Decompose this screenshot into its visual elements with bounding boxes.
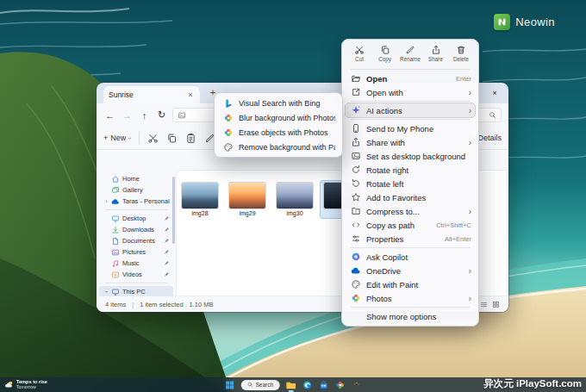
cut-icon (354, 45, 365, 55)
chevron-expanded-icon[interactable]: › (103, 289, 109, 294)
back-button[interactable]: ← (103, 110, 116, 121)
menu-item-copy-as-path[interactable]: Copy as path Ctrl+Shift+C (346, 218, 475, 232)
explorer-tab-sunrise[interactable]: Sunrise × (103, 86, 200, 103)
menu-item-edit-with-paint[interactable]: Edit with Paint (346, 277, 475, 291)
sidebar-item-desktop[interactable]: Desktop (99, 213, 173, 224)
taskbar-file-explorer[interactable] (285, 380, 296, 390)
menu-item-properties[interactable]: Properties Alt+Enter (346, 232, 475, 246)
forward-button[interactable]: → (121, 110, 134, 121)
sidebar-label: Taras - Personal (122, 197, 170, 205)
menu-label: Compress to... (366, 207, 461, 216)
rename-quick-button[interactable]: Rename (398, 43, 422, 66)
menu-item-photos[interactable]: Photos › (346, 291, 475, 305)
sidebar-item-pictures[interactable]: Pictures (99, 246, 173, 258)
menu-item-share-with[interactable]: Share with › (346, 135, 475, 149)
cut-quick-button[interactable]: Cut (347, 43, 371, 66)
wallpaper-icon (351, 151, 361, 161)
file-thumbnail (229, 183, 265, 208)
ai-sparkle-icon (351, 105, 361, 115)
menu-item-send-to-my-phone[interactable]: Send to My Phone (346, 121, 475, 135)
pin-icon (164, 271, 170, 277)
chevron-right-icon: › (466, 266, 471, 276)
desktop: Neowin Sunrise × + – □ × ← → ↑ ↻ (0, 0, 586, 392)
menu-label: Edit with Paint (366, 280, 471, 289)
menu-item-open-with[interactable]: Open with › (346, 85, 475, 99)
menu-label: Open (366, 74, 451, 84)
sidebar-item-videos[interactable]: Videos (99, 269, 173, 280)
tab-close-icon[interactable]: × (186, 90, 195, 99)
details-view-toggle[interactable] (480, 301, 488, 308)
sidebar-scrollbar[interactable] (172, 177, 175, 244)
close-button[interactable]: × (483, 83, 507, 103)
share-quick-button[interactable]: Share (424, 43, 448, 66)
sidebar-item-this-pc[interactable]: › This PC (99, 286, 173, 296)
file-item-img30[interactable]: img30 (273, 183, 316, 217)
gallery-icon (111, 186, 120, 195)
pin-icon (164, 227, 170, 233)
submenu-label: Visual Search with Bing (239, 99, 335, 108)
thumbnail-view-toggle[interactable] (492, 301, 500, 308)
details-label: Details (477, 134, 502, 142)
chevron-right-icon[interactable]: › (104, 198, 109, 204)
menu-item-show-more-options[interactable]: Show more options (346, 309, 475, 323)
taskbar-paint[interactable] (351, 380, 361, 390)
menu-item-set-as-desktop-background[interactable]: Set as desktop background (346, 149, 475, 163)
item-count: 4 items (105, 301, 126, 308)
rotate-left-icon (351, 178, 361, 189)
new-button[interactable]: + New › (103, 134, 131, 142)
sidebar-item-gallery[interactable]: Gallery (99, 184, 173, 196)
open-with-icon (351, 87, 361, 97)
menu-item-rotate-right[interactable]: Rotate right (346, 163, 475, 177)
copy-quick-button[interactable]: Copy (373, 43, 397, 66)
menu-label: Rotate left (366, 179, 471, 189)
sidebar-item-downloads[interactable]: Downloads (99, 224, 173, 235)
menu-item-open[interactable]: Open Enter (346, 72, 475, 85)
file-item-img29[interactable]: img29 (226, 183, 269, 217)
share-icon (431, 45, 441, 55)
sidebar-item-onedrive-personal[interactable]: › Taras - Personal (99, 196, 173, 207)
sidebar-label: Music (122, 259, 140, 267)
sidebar-item-documents[interactable]: Documents (99, 235, 173, 246)
star-icon (351, 192, 361, 202)
paste-button[interactable] (185, 133, 196, 144)
taskbar-store[interactable] (318, 380, 328, 390)
submenu-label: Blur background with Photos (239, 114, 335, 122)
sidebar-label: Videos (122, 271, 142, 278)
phone-icon (351, 123, 361, 134)
menu-item-ask-copilot[interactable]: Ask Copilot (346, 250, 475, 264)
sidebar-item-home[interactable]: Home (99, 173, 173, 184)
navigation-pane: Home Gallery › Taras - Personal Desktop (97, 170, 176, 296)
menu-item-compress-to[interactable]: Compress to... › (346, 204, 475, 218)
weather-icon (4, 380, 14, 389)
submenu-item-erase-objects[interactable]: Erase objects with Photos (218, 125, 339, 140)
menu-item-ai-actions[interactable]: AI actions › (346, 103, 475, 117)
start-button[interactable] (225, 380, 235, 390)
taskbar-search[interactable]: Search (241, 380, 280, 390)
menu-item-onedrive[interactable]: OneDrive › (346, 264, 475, 277)
quick-action-label: Delete (453, 56, 469, 62)
weather-widget[interactable]: Temps to rise Tomorrow (0, 380, 52, 389)
submenu-item-remove-background[interactable]: Remove background with Paint (218, 140, 339, 154)
bing-icon (223, 98, 234, 109)
pictures-icon (111, 248, 120, 257)
menu-label: Send to My Phone (366, 124, 471, 134)
windows-start-icon (225, 380, 235, 390)
refresh-button[interactable]: ↻ (155, 109, 168, 121)
up-button[interactable]: ↑ (138, 110, 151, 121)
copy-button[interactable] (166, 133, 178, 144)
file-item-img28[interactable]: img28 (178, 183, 221, 217)
cut-button[interactable] (147, 133, 159, 144)
pin-icon (164, 238, 170, 244)
taskbar-photos[interactable] (334, 380, 345, 390)
sidebar-item-music[interactable]: Music (99, 258, 173, 269)
menu-item-rotate-left[interactable]: Rotate left (346, 177, 475, 190)
file-explorer-icon (285, 380, 296, 390)
submenu-item-visual-search[interactable]: Visual Search with Bing (218, 96, 339, 110)
delete-quick-button[interactable]: Delete (449, 43, 473, 66)
photos-icon (351, 293, 361, 303)
taskbar-edge[interactable] (302, 380, 312, 390)
file-thumbnail (182, 183, 218, 208)
menu-item-add-to-favorites[interactable]: Add to Favorites (346, 190, 475, 204)
submenu-item-blur-background[interactable]: Blur background with Photos (218, 110, 339, 125)
neowin-icon (494, 14, 510, 30)
